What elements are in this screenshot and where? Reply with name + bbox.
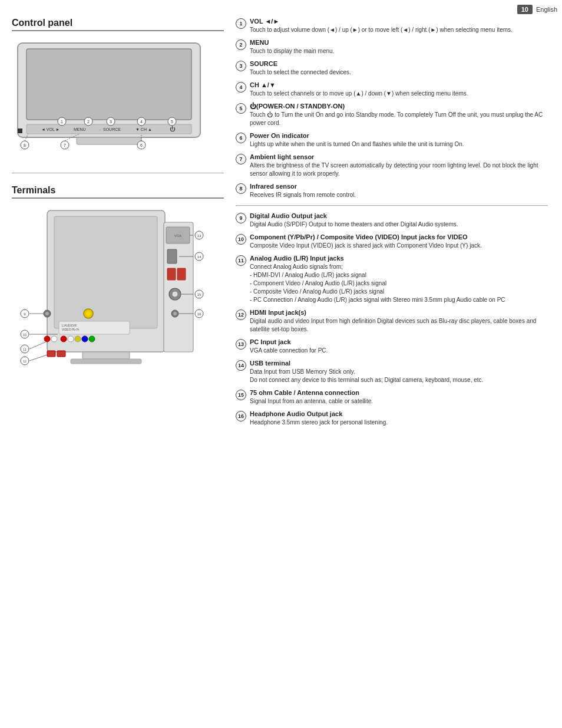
- item-desc: Touch to display the main menu.: [250, 47, 548, 55]
- item-desc: Data Input from USB Memory Stick only.Do…: [250, 368, 548, 384]
- svg-text:5: 5: [171, 120, 173, 124]
- item-number: 5: [236, 103, 246, 114]
- item-title: ⏻(POWER-ON / STANDBY-ON): [250, 103, 548, 110]
- item-number: 11: [236, 255, 246, 266]
- item-desc: Digital audio and video Input from high …: [250, 317, 548, 334]
- svg-text:7: 7: [64, 143, 66, 147]
- svg-line-76: [29, 341, 47, 349]
- svg-rect-40: [167, 249, 177, 263]
- item-content: Infrared sensorReceives IR signals from …: [250, 183, 548, 199]
- list-item: 4CH ▲/▼Touch to select channels or to mo…: [236, 81, 548, 98]
- svg-text:10: 10: [23, 333, 27, 337]
- item-content: ⏻(POWER-ON / STANDBY-ON)Touch ⏻ to Turn …: [250, 103, 548, 127]
- svg-point-69: [44, 336, 50, 342]
- svg-text:VIDEO  Pb  Pr: VIDEO Pb Pr: [62, 328, 80, 331]
- item-title: Power On indicator: [250, 132, 548, 139]
- item-number: 16: [236, 411, 246, 421]
- svg-point-66: [75, 336, 81, 342]
- right-column: 1VOL ◄/►Touch to adjust volume down (◄) …: [236, 18, 548, 431]
- svg-text:6: 6: [140, 143, 143, 147]
- control-panel-diagram: ◄ VOL ► MENU ○ SOURCE ▼ CH ▲ ⏻ 1 2 3 4 5: [12, 37, 212, 155]
- svg-text:⏻: ⏻: [170, 126, 176, 132]
- item-desc: Composite Video Input (VIDEO) jack is sh…: [250, 242, 548, 250]
- list-item: 3SOURCETouch to select the connected dev…: [236, 60, 548, 77]
- svg-point-65: [68, 336, 74, 342]
- item-content: Headphone Audio Output jackHeadphone 3.5…: [250, 410, 548, 427]
- item-content: 75 ohm Cable / Antenna connectionSignal …: [250, 389, 548, 406]
- list-item: 16Headphone Audio Output jackHeadphone 3…: [236, 410, 548, 427]
- list-item: 9Digital Audio Output jackDigital Audio …: [236, 212, 548, 229]
- item-content: USB terminalData Input from USB Memory S…: [250, 360, 548, 384]
- item-desc: Connect Analog Audio signals from;- HDMI…: [250, 263, 548, 304]
- left-column: Control panel ◄ VOL ► MENU ○ SOURCE ▼ CH…: [12, 18, 224, 400]
- terminals-section: Terminals VGA 13 14: [12, 185, 224, 400]
- list-item: 1575 ohm Cable / Antenna connectionSigna…: [236, 389, 548, 406]
- item-number: 1: [236, 18, 246, 29]
- svg-rect-29: [18, 129, 22, 133]
- item-content: Analog Audio (L/R) Input jacksConnect An…: [250, 255, 548, 304]
- svg-text:4: 4: [140, 120, 143, 124]
- svg-rect-31: [54, 216, 157, 328]
- svg-point-57: [45, 312, 49, 315]
- svg-text:VGA: VGA: [174, 234, 182, 238]
- svg-rect-45: [177, 268, 186, 280]
- svg-rect-2: [77, 137, 141, 144]
- item-desc: Alters the brightness of the TV screen a…: [250, 162, 548, 178]
- item-desc: Headphone 3.5mm stereo jack for personal…: [250, 419, 548, 427]
- svg-point-67: [82, 336, 88, 342]
- item-desc: Receives IR signals from remote control.: [250, 191, 548, 199]
- svg-point-68: [89, 336, 95, 342]
- item-title: 75 ohm Cable / Antenna connection: [250, 389, 548, 396]
- svg-text:L/AUDIO/R: L/AUDIO/R: [62, 324, 77, 327]
- item-title: Component (Y/Pb/Pr) / Composite Video (V…: [250, 233, 548, 241]
- item-desc: Touch to select the connected devices.: [250, 68, 548, 77]
- item-desc: Digital Audio (S/PDIF) Output to home th…: [250, 220, 548, 229]
- svg-point-83: [86, 311, 91, 316]
- svg-rect-81: [57, 351, 65, 357]
- item-title: Analog Audio (L/R) Input jacks: [250, 255, 548, 262]
- svg-text:▼  CH  ▲: ▼ CH ▲: [135, 127, 152, 131]
- item-title: HDMI Input jack(s): [250, 309, 548, 316]
- svg-line-79: [29, 355, 47, 361]
- item-title: SOURCE: [250, 60, 548, 67]
- item-desc: Signal Input from an antenna, cable or s…: [250, 397, 548, 406]
- item-title: Digital Audio Output jack: [250, 212, 548, 219]
- item-number: 2: [236, 39, 246, 50]
- item-title: Infrared sensor: [250, 183, 548, 190]
- svg-text:◄ VOL ►: ◄ VOL ►: [41, 127, 60, 131]
- item-title: VOL ◄/►: [250, 18, 548, 25]
- list-item: 11Analog Audio (L/R) Input jacksConnect …: [236, 255, 548, 304]
- item-title: CH ▲/▼: [250, 81, 548, 88]
- section-divider: [12, 173, 224, 173]
- page-badge: 10 English: [517, 5, 557, 14]
- svg-text:3: 3: [110, 120, 112, 124]
- control-panel-section: Control panel ◄ VOL ► MENU ○ SOURCE ▼ CH…: [12, 18, 224, 162]
- item-content: Digital Audio Output jackDigital Audio (…: [250, 212, 548, 229]
- svg-text:13: 13: [197, 234, 201, 238]
- item-content: VOL ◄/►Touch to adjust volume down (◄) /…: [250, 18, 548, 34]
- item-desc: Touch ⏻ to Turn the unit On and go into …: [250, 111, 548, 127]
- svg-rect-1: [27, 49, 191, 120]
- svg-text:11: 11: [23, 348, 27, 351]
- page-language: English: [536, 6, 557, 13]
- item-number: 3: [236, 61, 246, 71]
- control-panel-title: Control panel: [12, 18, 224, 31]
- item-desc: VGA cable connection for PC.: [250, 347, 548, 355]
- svg-text:8: 8: [24, 143, 26, 147]
- terminals-title: Terminals: [12, 185, 224, 199]
- item-content: HDMI Input jack(s)Digital audio and vide…: [250, 309, 548, 334]
- item-desc: Touch to select channels or to move up (…: [250, 90, 548, 98]
- item-content: SOURCETouch to select the connected devi…: [250, 60, 548, 77]
- list-item: 5⏻(POWER-ON / STANDBY-ON)Touch ⏻ to Turn…: [236, 103, 548, 127]
- svg-text:○: ○: [99, 128, 101, 131]
- item-content: PC Input jackVGA cable connection for PC…: [250, 338, 548, 355]
- item-title: PC Input jack: [250, 338, 548, 345]
- svg-rect-80: [47, 351, 55, 357]
- svg-rect-44: [167, 268, 176, 280]
- item-number: 10: [236, 234, 246, 245]
- svg-point-64: [61, 336, 67, 342]
- item-number: 9: [236, 213, 246, 223]
- svg-text:15: 15: [197, 293, 201, 297]
- item-content: Power On indicatorLights up white when t…: [250, 132, 548, 149]
- list-item: 1VOL ◄/►Touch to adjust volume down (◄) …: [236, 18, 548, 34]
